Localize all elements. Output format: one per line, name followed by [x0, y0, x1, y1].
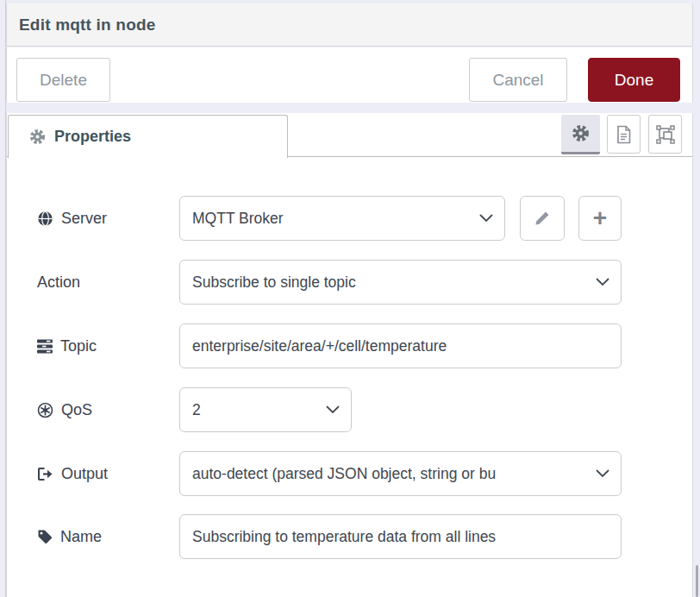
form-row-name: Name	[7, 514, 692, 559]
chevron-down-icon	[479, 214, 493, 223]
name-label: Name	[37, 514, 102, 559]
qos-select-value: 2	[192, 401, 201, 419]
action-select-value: Subscribe to single topic	[192, 273, 356, 292]
form-row-server: Server MQTT Broker +	[7, 196, 692, 241]
topic-label: Topic	[37, 324, 97, 368]
globe-icon	[37, 211, 53, 227]
output-label: Output	[37, 451, 108, 496]
tasks-icon	[37, 339, 53, 354]
action-select[interactable]: Subscribe to single topic	[179, 260, 622, 305]
action-label: Action	[37, 260, 80, 305]
topic-label-text: Topic	[60, 337, 97, 355]
qos-label: QoS	[37, 387, 92, 432]
action-label-text: Action	[37, 273, 80, 292]
server-label-text: Server	[61, 210, 107, 228]
output-select-value: auto-detect (parsed JSON object, string …	[192, 465, 496, 483]
group-selection-view-button[interactable]	[648, 115, 682, 154]
gear-icon	[572, 124, 590, 142]
name-input[interactable]	[179, 514, 622, 559]
document-icon	[616, 125, 632, 144]
gear-icon	[29, 129, 46, 145]
server-label: Server	[37, 196, 107, 241]
name-label-text: Name	[60, 528, 102, 546]
form-row-topic: Topic	[7, 324, 692, 368]
dialog-header: Edit mqtt in node	[6, 3, 693, 47]
tag-icon	[37, 529, 53, 544]
pencil-icon	[534, 210, 551, 227]
edit-server-button[interactable]	[520, 196, 565, 241]
dialog-body: Properties	[6, 113, 693, 597]
circle-asterisk-icon	[37, 402, 53, 418]
cancel-button[interactable]: Cancel	[469, 58, 567, 102]
qos-label-text: QoS	[61, 401, 92, 419]
form-row-output: Output auto-detect (parsed JSON object, …	[7, 451, 692, 496]
output-select[interactable]: auto-detect (parsed JSON object, string …	[179, 451, 622, 496]
form-row-action: Action Subscribe to single topic	[7, 260, 692, 305]
tab-properties[interactable]: Properties	[8, 115, 288, 158]
properties-view-button[interactable]	[561, 115, 600, 154]
description-view-button[interactable]	[607, 115, 641, 154]
chevron-down-icon	[596, 278, 609, 286]
chevron-down-icon	[326, 405, 340, 414]
form-row-qos: QoS 2	[7, 387, 692, 432]
sign-out-icon	[37, 467, 53, 481]
edit-node-dialog: Edit mqtt in node Delete Cancel Done Pro…	[0, 0, 700, 597]
dialog-title: Edit mqtt in node	[19, 16, 156, 35]
chevron-down-icon	[596, 469, 609, 478]
tab-properties-label: Properties	[54, 128, 131, 146]
qos-select[interactable]: 2	[179, 387, 352, 432]
tab-bar: Properties	[7, 113, 692, 157]
group-selection-icon	[656, 125, 675, 144]
delete-button[interactable]: Delete	[16, 58, 110, 102]
topic-input[interactable]	[179, 324, 622, 368]
workspace-edge-divider	[5, 0, 6, 597]
done-button[interactable]: Done	[588, 58, 680, 102]
output-label-text: Output	[61, 465, 108, 483]
add-server-button[interactable]: +	[578, 196, 622, 241]
server-select[interactable]: MQTT Broker	[179, 196, 505, 241]
dialog-toolbar: Delete Cancel Done	[6, 47, 693, 103]
server-select-value: MQTT Broker	[192, 210, 284, 228]
scrollbar-thumb[interactable]	[696, 565, 698, 597]
